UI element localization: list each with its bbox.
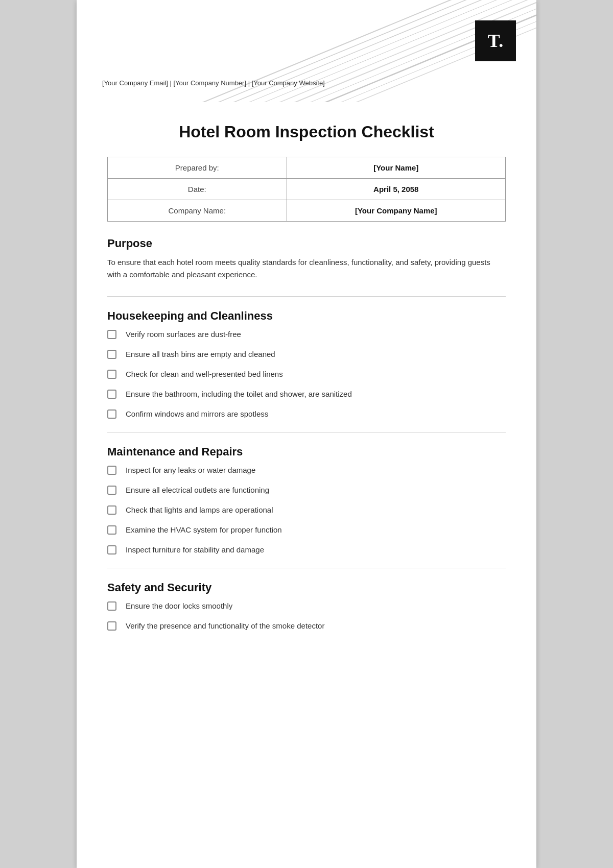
checklist-item-text: Check for clean and well-presented bed l… bbox=[126, 369, 283, 379]
checklist-item-text: Ensure all electrical outlets are functi… bbox=[126, 485, 269, 495]
purpose-section: Purpose To ensure that each hotel room m… bbox=[107, 237, 506, 281]
purpose-text: To ensure that each hotel room meets qua… bbox=[107, 256, 506, 281]
info-table: Prepared by:[Your Name]Date:April 5, 205… bbox=[107, 157, 506, 222]
info-table-row: Date:April 5, 2058 bbox=[108, 179, 506, 200]
info-label: Company Name: bbox=[108, 200, 287, 222]
checkbox[interactable] bbox=[107, 409, 116, 419]
checkbox[interactable] bbox=[107, 350, 116, 359]
divider-3 bbox=[107, 568, 506, 568]
checklist-item: Ensure all trash bins are empty and clea… bbox=[107, 349, 506, 359]
checklist-item: Verify the presence and functionality of… bbox=[107, 620, 506, 631]
checkbox[interactable] bbox=[107, 370, 116, 379]
info-value: [Your Name] bbox=[287, 157, 505, 179]
svg-line-2 bbox=[209, 0, 506, 102]
checkbox[interactable] bbox=[107, 330, 116, 339]
checklist-item-text: Ensure the door locks smoothly bbox=[126, 600, 232, 611]
checklist-item-text: Examine the HVAC system for proper funct… bbox=[126, 524, 282, 535]
checkbox[interactable] bbox=[107, 466, 116, 475]
divider-1 bbox=[107, 296, 506, 297]
sections-container: Housekeeping and CleanlinessVerify room … bbox=[107, 309, 506, 631]
checkbox[interactable] bbox=[107, 390, 116, 399]
content-area: Hotel Room Inspection Checklist Prepared… bbox=[77, 102, 536, 671]
info-label: Date: bbox=[108, 179, 287, 200]
checklist-item: Verify room surfaces are dust-free bbox=[107, 329, 506, 340]
company-contact: [Your Company Email] | [Your Company Num… bbox=[102, 79, 325, 87]
checklist-item-text: Verify room surfaces are dust-free bbox=[126, 329, 241, 340]
info-table-row: Company Name:[Your Company Name] bbox=[108, 200, 506, 222]
checkbox[interactable] bbox=[107, 545, 116, 554]
logo-text: T. bbox=[488, 30, 503, 52]
checklist-item-text: Inspect furniture for stability and dama… bbox=[126, 544, 264, 555]
info-value: [Your Company Name] bbox=[287, 200, 505, 222]
checklist-safety: Ensure the door locks smoothlyVerify the… bbox=[107, 600, 506, 631]
checklist-item-text: Inspect for any leaks or water damage bbox=[126, 465, 255, 475]
info-value: April 5, 2058 bbox=[287, 179, 505, 200]
checklist-item: Inspect for any leaks or water damage bbox=[107, 465, 506, 475]
checklist-item: Ensure the door locks smoothly bbox=[107, 600, 506, 611]
checklist-housekeeping: Verify room surfaces are dust-freeEnsure… bbox=[107, 329, 506, 419]
section-heading-housekeeping: Housekeeping and Cleanliness bbox=[107, 309, 506, 323]
checklist-item: Confirm windows and mirrors are spotless bbox=[107, 408, 506, 419]
page: T. [Your Company Email] | [Your Company … bbox=[77, 0, 536, 868]
svg-line-1 bbox=[194, 0, 490, 102]
section-heading-maintenance: Maintenance and Repairs bbox=[107, 445, 506, 459]
purpose-heading: Purpose bbox=[107, 237, 506, 250]
info-table-row: Prepared by:[Your Name] bbox=[108, 157, 506, 179]
checkbox[interactable] bbox=[107, 505, 116, 515]
section-housekeeping: Housekeeping and CleanlinessVerify room … bbox=[107, 309, 506, 419]
svg-line-0 bbox=[179, 0, 475, 102]
checklist-item: Inspect furniture for stability and dama… bbox=[107, 544, 506, 555]
checkbox[interactable] bbox=[107, 621, 116, 631]
checklist-item-text: Ensure the bathroom, including the toile… bbox=[126, 389, 352, 399]
checklist-item: Examine the HVAC system for proper funct… bbox=[107, 524, 506, 535]
checklist-item-text: Ensure all trash bins are empty and clea… bbox=[126, 349, 275, 359]
checklist-item-text: Check that lights and lamps are operatio… bbox=[126, 504, 273, 515]
checkbox[interactable] bbox=[107, 601, 116, 611]
checklist-maintenance: Inspect for any leaks or water damageEns… bbox=[107, 465, 506, 555]
logo-box: T. bbox=[475, 20, 516, 61]
checklist-item: Check that lights and lamps are operatio… bbox=[107, 504, 506, 515]
section-safety: Safety and SecurityEnsure the door locks… bbox=[107, 581, 506, 631]
checklist-item: Ensure the bathroom, including the toile… bbox=[107, 389, 506, 399]
checkbox[interactable] bbox=[107, 525, 116, 535]
section-heading-safety: Safety and Security bbox=[107, 581, 506, 594]
checklist-item-text: Confirm windows and mirrors are spotless bbox=[126, 408, 268, 419]
checklist-item-text: Verify the presence and functionality of… bbox=[126, 620, 324, 631]
checkbox[interactable] bbox=[107, 486, 116, 495]
document-title: Hotel Room Inspection Checklist bbox=[107, 123, 506, 141]
checklist-item: Check for clean and well-presented bed l… bbox=[107, 369, 506, 379]
header: T. [Your Company Email] | [Your Company … bbox=[77, 0, 536, 102]
checklist-item: Ensure all electrical outlets are functi… bbox=[107, 485, 506, 495]
section-maintenance: Maintenance and RepairsInspect for any l… bbox=[107, 445, 506, 555]
info-label: Prepared by: bbox=[108, 157, 287, 179]
divider-2 bbox=[107, 432, 506, 432]
